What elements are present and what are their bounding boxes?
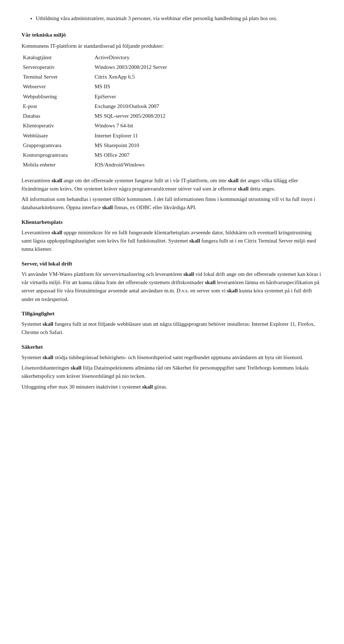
tech-intro: Kommunens IT-plattform är standardiserad… [22, 42, 322, 50]
tech-label: Serveroperativ [22, 62, 93, 72]
table-row: GrupprogramvaraMS Sharepoint 2010 [22, 141, 322, 150]
tech-value: Exchange 2010/Outlook 2007 [93, 102, 322, 111]
server-pre: Vi använder VM-Wares plattform för serve… [22, 271, 183, 277]
tech-table: KatalogtjänstActiveDirectoryServeroperat… [22, 53, 322, 170]
table-row: Terminal ServerCitrix XenApp 6.5 [22, 72, 322, 82]
security-logout-post: göras. [153, 384, 167, 390]
tech-label: Grupprogramvara [22, 141, 93, 150]
tech-value: Windows 7 64-bit [93, 121, 322, 131]
security-pre: Systemet [22, 354, 43, 360]
intro-text: Utbildning våra administratörer, maximal… [36, 15, 277, 21]
tech-value: Internet Explorer 11 [93, 131, 322, 141]
security-bold1: skall [43, 354, 53, 360]
tech-value: EpiServer [93, 92, 322, 102]
security-note-bold: skall [71, 365, 81, 371]
client-pre: Leverantören [22, 230, 52, 235]
server-text: Vi använder VM-Wares plattform för serve… [22, 270, 322, 304]
tech-value: Windows 2003/2008/2012 Server [93, 62, 322, 72]
tech-value: MS SQL-server 2005/2008/2012 [93, 111, 322, 121]
security-note-pre: Lösenordshanteringen [22, 365, 71, 371]
security-heading: Säkerhet [22, 343, 322, 351]
tech-note2-bold: skall [102, 205, 113, 210]
tech-note2: All information som behandlas i systemet… [22, 195, 322, 212]
intro-bullet-item: Utbildning våra administratörer, maximal… [36, 14, 322, 23]
availability-pre: Systemet [22, 321, 43, 327]
tech-heading: Vår tekniska miljö [22, 30, 322, 39]
tech-note1-bold2: skall [228, 178, 239, 183]
table-row: KontorsprogramvaraMS Office 2007 [22, 150, 322, 160]
tech-value: MS Sharepoint 2010 [93, 141, 322, 150]
client-bold2: skall [189, 238, 200, 244]
table-row: E-postExchange 2010/Outlook 2007 [22, 102, 322, 111]
tech-note1-pre: Leverantören [22, 178, 52, 183]
tech-value: Citrix XenApp 6.5 [93, 72, 322, 82]
tech-label: Kontorsprogramvara [22, 150, 93, 160]
tech-intro-text: Kommunens IT-plattform är standardiserad… [22, 43, 164, 49]
security-note: Lösenordshanteringen skall följa Datains… [22, 364, 322, 381]
table-row: WebserverMS IIS [22, 82, 322, 91]
table-row: Mobila enheterIOS/Android/Windows [22, 160, 322, 170]
security-logout-bold: skall [142, 384, 153, 390]
client-heading: Klientarbetsplats [22, 218, 322, 226]
table-row: KatalogtjänstActiveDirectory [22, 53, 322, 62]
tech-value: IOS/Android/Windows [93, 160, 322, 170]
availability-bold1: skall [43, 321, 53, 327]
client-title: Klientarbetsplats [22, 219, 63, 225]
tech-label: Katalogtjänst [22, 53, 93, 62]
server-bold3: skall [227, 288, 238, 293]
tech-label: Databas [22, 111, 93, 121]
tech-value: MS Office 2007 [93, 150, 322, 160]
availability-section: Tillgänglighet Systemet skall fungera fu… [22, 309, 322, 337]
security-section: Säkerhet Systemet skall stödja tidsbegrä… [22, 343, 322, 391]
tech-label: Terminal Server [22, 72, 93, 82]
tech-note1-bold1: skall [52, 178, 62, 183]
availability-mid: fungera fullt ut mot följande webbläsare… [22, 321, 315, 335]
tech-label: Webserver [22, 82, 93, 91]
tech-label: Klientoperativ [22, 121, 93, 131]
availability-title: Tillgänglighet [22, 310, 54, 316]
tech-note1-mid: ange om det offererade systemet fungerar… [62, 178, 228, 183]
table-row: WebpubliseringEpiServer [22, 92, 322, 102]
availability-heading: Tillgänglighet [22, 309, 322, 318]
security-logout-pre: Utloggning efter max 30 minuters inaktiv… [22, 384, 142, 390]
tech-label: E-post [22, 102, 93, 111]
client-section: Klientarbetsplats Leverantören skall upp… [22, 218, 322, 254]
server-section: Server, vid lokal drift Vi använder VM-W… [22, 259, 322, 304]
server-bold2: skall [205, 279, 216, 285]
server-title: Server, vid lokal drift [22, 260, 72, 267]
security-mid: stödja tidsbegränsad behörighets- och lö… [53, 354, 303, 360]
intro-section: Utbildning våra administratörer, maximal… [22, 14, 322, 23]
tech-section: Vår tekniska miljö Kommunens IT-plattfor… [22, 30, 322, 212]
tech-note1: Leverantören skall ange om det offererad… [22, 177, 322, 193]
tech-label: Webpublisering [22, 92, 93, 102]
tech-note1-post3: detta anges. [249, 186, 276, 192]
tech-value: ActiveDirectory [93, 53, 322, 62]
tech-note1-bold3: skall [238, 186, 249, 192]
security-logout: Utloggning efter max 30 minuters inaktiv… [22, 383, 322, 391]
availability-text: Systemet skall fungera fullt ut mot följ… [22, 320, 322, 337]
security-text: Systemet skall stödja tidsbegränsad behö… [22, 353, 322, 362]
tech-value: MS IIS [93, 82, 322, 91]
tech-note2-post: finnas, ex ODBC eller likvärdiga API. [113, 205, 196, 210]
table-row: DatabasMS SQL-server 2005/2008/2012 [22, 111, 322, 121]
tech-label: Webbläsare [22, 131, 93, 141]
server-bold1: skall [183, 271, 194, 277]
client-text: Leverantören skall uppge minimikrav för … [22, 229, 322, 254]
client-bold1: skall [52, 230, 62, 235]
table-row: ServeroperativWindows 2003/2008/2012 Ser… [22, 62, 322, 72]
table-row: WebbläsareInternet Explorer 11 [22, 131, 322, 141]
tech-label: Mobila enheter [22, 160, 93, 170]
security-title: Säkerhet [22, 344, 43, 350]
table-row: KlientoperativWindows 7 64-bit [22, 121, 322, 131]
server-heading: Server, vid lokal drift [22, 259, 322, 268]
